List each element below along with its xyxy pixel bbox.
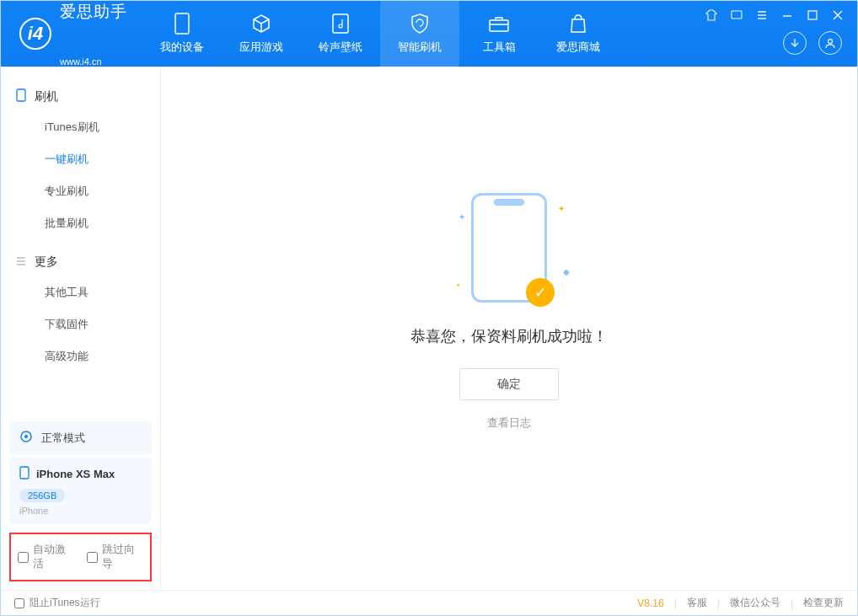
list-icon — [16, 255, 26, 269]
toolbox-icon — [488, 13, 510, 35]
menu-icon[interactable] — [756, 9, 770, 23]
sparkle-icon: ✦ — [558, 204, 565, 213]
sidebar: 刷机 iTunes刷机 一键刷机 专业刷机 批量刷机 更多 其他工具 下载固件 … — [1, 67, 161, 590]
flash-options-box: 自动激活 跳过向导 — [9, 533, 152, 581]
footer-link-service[interactable]: 客服 — [687, 596, 707, 610]
tab-flash[interactable]: 智能刷机 — [380, 1, 459, 67]
svg-rect-0 — [175, 13, 189, 34]
mode-icon — [19, 430, 33, 446]
tab-my-device[interactable]: 我的设备 — [142, 1, 222, 67]
user-button[interactable] — [818, 31, 842, 55]
status-bar: 阻止iTunes运行 V8.16 | 客服 | 微信公众号 | 检查更新 — [1, 590, 857, 615]
svg-rect-4 — [808, 11, 817, 19]
checkbox-block-itunes[interactable]: 阻止iTunes运行 — [14, 596, 100, 610]
svg-point-8 — [24, 435, 28, 438]
ok-button[interactable]: 确定 — [459, 368, 559, 400]
logo: i4 爱思助手 www.i4.cn — [1, 1, 142, 67]
svg-rect-9 — [20, 467, 29, 479]
window-controls — [705, 9, 845, 23]
sidebar-section-flash[interactable]: 刷机 — [1, 82, 160, 111]
checkbox-skip-guide[interactable]: 跳过向导 — [87, 543, 144, 571]
success-phone-illustration: ✦ ✦ ◆ ● ✓ — [471, 193, 547, 303]
svg-rect-3 — [732, 11, 742, 19]
sidebar-item-other-tools[interactable]: 其他工具 — [1, 276, 160, 308]
sidebar-item-download-firmware[interactable]: 下载固件 — [1, 308, 160, 340]
sidebar-item-pro-flash[interactable]: 专业刷机 — [1, 175, 160, 207]
music-file-icon — [330, 13, 351, 35]
app-url: www.i4.cn — [60, 56, 127, 67]
svg-rect-1 — [333, 14, 348, 33]
sparkle-icon: ◆ — [563, 267, 570, 276]
sidebar-section-more[interactable]: 更多 — [1, 248, 160, 276]
svg-rect-2 — [490, 20, 508, 31]
phone-icon — [171, 13, 193, 35]
device-capacity: 256GB — [19, 489, 65, 502]
sparkle-icon: ✦ — [458, 212, 465, 222]
tab-apps[interactable]: 应用游戏 — [222, 1, 301, 67]
tab-ringtone[interactable]: 铃声壁纸 — [301, 1, 380, 67]
app-name: 爱思助手 — [60, 1, 127, 56]
feedback-icon[interactable] — [731, 9, 744, 23]
version-label: V8.16 — [637, 597, 663, 609]
device-name: iPhone XS Max — [36, 468, 115, 480]
device-phone-icon — [19, 466, 29, 482]
sidebar-item-oneclick-flash[interactable]: 一键刷机 — [1, 143, 160, 175]
close-icon[interactable] — [832, 9, 845, 23]
sidebar-item-batch-flash[interactable]: 批量刷机 — [1, 207, 160, 239]
svg-point-5 — [829, 40, 833, 44]
sparkle-icon: ● — [457, 282, 460, 287]
nav-tabs: 我的设备 应用游戏 铃声壁纸 智能刷机 工具箱 爱思商城 — [142, 1, 618, 67]
download-button[interactable] — [783, 31, 807, 55]
footer-link-update[interactable]: 检查更新 — [803, 596, 844, 610]
phone-small-icon — [16, 88, 26, 104]
tab-store[interactable]: 爱思商城 — [539, 1, 618, 67]
view-log-link[interactable]: 查看日志 — [487, 415, 531, 431]
device-type: iPhone — [19, 506, 142, 516]
success-message: 恭喜您，保资料刷机成功啦！ — [410, 326, 608, 346]
logo-icon: i4 — [19, 18, 51, 50]
tab-toolbox[interactable]: 工具箱 — [459, 1, 539, 67]
footer-link-wechat[interactable]: 微信公众号 — [730, 596, 780, 610]
device-card[interactable]: iPhone XS Max 256GB iPhone — [9, 458, 152, 524]
minimize-icon[interactable] — [781, 9, 795, 23]
success-check-icon: ✓ — [526, 278, 555, 307]
maximize-icon[interactable] — [807, 9, 820, 23]
main-content: ✦ ✦ ◆ ● ✓ 恭喜您，保资料刷机成功啦！ 确定 查看日志 — [161, 67, 857, 590]
sidebar-item-itunes-flash[interactable]: iTunes刷机 — [1, 111, 160, 143]
device-mode-card[interactable]: 正常模式 — [9, 421, 152, 454]
app-header: i4 爱思助手 www.i4.cn 我的设备 应用游戏 铃声壁纸 智能刷机 工具… — [1, 1, 857, 67]
checkbox-auto-activate[interactable]: 自动激活 — [18, 543, 75, 571]
svg-rect-6 — [17, 89, 25, 101]
bag-icon — [567, 13, 589, 35]
cube-icon — [250, 13, 272, 35]
sidebar-item-advanced[interactable]: 高级功能 — [1, 340, 160, 372]
shield-refresh-icon — [409, 13, 431, 35]
shirt-icon[interactable] — [705, 9, 719, 23]
